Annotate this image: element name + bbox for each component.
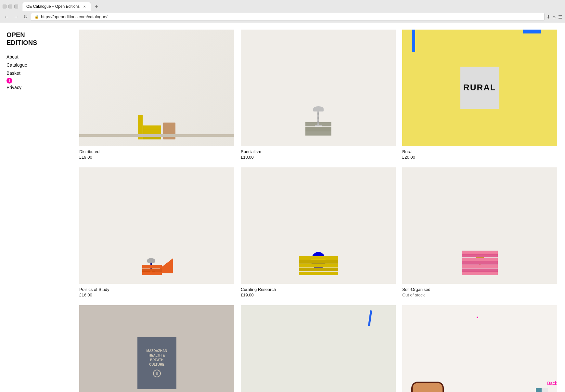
- product-price: £18.00: [241, 155, 396, 160]
- window-controls: [3, 5, 18, 8]
- forward-button[interactable]: →: [12, 13, 20, 20]
- product-title: Rural: [402, 149, 557, 154]
- product-title: Curating Research: [241, 287, 396, 292]
- product-image-self-organised: [402, 167, 557, 284]
- product-title: Self-Organised: [402, 287, 557, 292]
- basket-link[interactable]: Basket 1: [6, 69, 65, 83]
- title-bar: OE Catalogue – Open Editions ✕ +: [0, 0, 565, 11]
- maximize-button[interactable]: [8, 5, 12, 8]
- active-tab[interactable]: OE Catalogue – Open Editions ✕: [22, 2, 91, 11]
- product-price: £16.00: [79, 293, 234, 297]
- back-link[interactable]: Back: [547, 381, 557, 386]
- product-image-mazdazhan: MAZDAZHANHEALTH & BREATHCULTURE ⊕: [79, 305, 234, 392]
- product-image-curating-research: [241, 167, 396, 284]
- product-price: £20.00: [402, 155, 557, 160]
- back-button[interactable]: ←: [3, 13, 10, 20]
- toolbar-right: ⬇ » ☰: [546, 14, 562, 20]
- close-window-button[interactable]: [14, 5, 18, 8]
- lock-icon: 🔒: [34, 15, 39, 19]
- sidebar-nav: About Catalogue Basket 1 Privacy: [6, 46, 65, 92]
- about-link[interactable]: About: [6, 53, 65, 61]
- product-item[interactable]: MAZDAZHANHEALTH & BREATHCULTURE ⊕ Mazdaz…: [79, 305, 234, 392]
- product-item[interactable]: Curating Research £19.00: [241, 167, 396, 297]
- url-text: https://openeditions.com/catalogue/: [41, 14, 541, 19]
- page-wrapper: OPENEDITIONS About Catalogue Basket 1 Pr…: [0, 23, 565, 392]
- product-title: Politics of Study: [79, 287, 234, 292]
- product-image-distributed: [79, 30, 234, 146]
- product-image-rural: RURAL: [402, 30, 557, 146]
- basket-badge: 1: [6, 78, 12, 84]
- main-content: Distributed £19.00: [71, 23, 565, 392]
- downloads-icon[interactable]: ⬇: [546, 14, 550, 20]
- product-image-curating-educational: [241, 305, 396, 392]
- browser-chrome: OE Catalogue – Open Editions ✕ + ← → ↻ 🔒…: [0, 0, 565, 23]
- menu-icon[interactable]: ☰: [558, 14, 562, 20]
- product-item[interactable]: Curating Subjects £30.00: [402, 305, 557, 392]
- address-bar-row: ← → ↻ 🔒 https://openeditions.com/catalog…: [0, 11, 565, 23]
- refresh-button[interactable]: ↻: [22, 13, 29, 20]
- products-grid: Distributed £19.00: [79, 30, 557, 392]
- product-image-politics: [79, 167, 234, 284]
- product-image-curating-subjects: [402, 305, 557, 392]
- address-bar[interactable]: 🔒 https://openeditions.com/catalogue/: [31, 13, 545, 21]
- site-title: OPENEDITIONS: [6, 31, 65, 46]
- catalogue-link[interactable]: Catalogue: [6, 61, 65, 69]
- product-item[interactable]: RURAL Rural £20.00: [402, 30, 557, 160]
- extensions-icon[interactable]: »: [553, 14, 556, 20]
- product-title: Specialism: [241, 149, 396, 154]
- sidebar: OPENEDITIONS About Catalogue Basket 1 Pr…: [0, 23, 71, 99]
- product-image-specialism: [241, 30, 396, 146]
- product-title: Distributed: [79, 149, 234, 154]
- product-item[interactable]: Specialism £18.00: [241, 30, 396, 160]
- minimize-button[interactable]: [3, 5, 6, 8]
- product-item[interactable]: Self-Organised Out of stock: [402, 167, 557, 297]
- product-price: £19.00: [241, 293, 396, 297]
- tab-close-button[interactable]: ✕: [82, 4, 87, 9]
- product-item[interactable]: Politics of Study £16.00: [79, 167, 234, 297]
- product-price: £19.00: [79, 155, 234, 160]
- product-item[interactable]: Distributed £19.00: [79, 30, 234, 160]
- privacy-link[interactable]: Privacy: [6, 84, 65, 92]
- tab-title: OE Catalogue – Open Editions: [26, 4, 80, 9]
- product-item[interactable]: Curating and the Educational Turn £125.0…: [241, 305, 396, 392]
- out-of-stock-label: Out of stock: [402, 293, 557, 297]
- new-tab-button[interactable]: +: [92, 4, 101, 9]
